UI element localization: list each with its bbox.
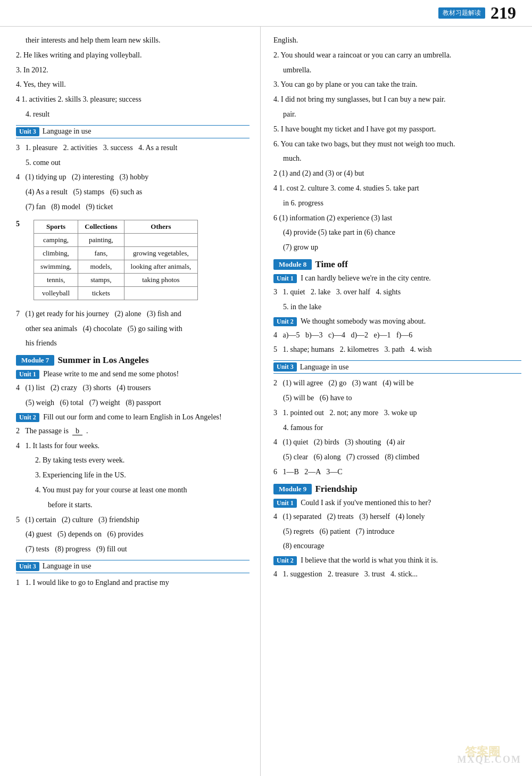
page-container: 教材习题解读 219 their interests and help them… bbox=[0, 0, 532, 776]
u2m7-a3: 5 (1) certain (2) culture (3) friendship bbox=[16, 514, 250, 526]
u3m8-a1b: (5) will be (6) have to bbox=[273, 392, 521, 404]
u3-a2b: (4) As a result (5) stamps (6) such as bbox=[16, 186, 250, 199]
unit3-num: Unit 3 bbox=[16, 127, 39, 136]
unit3-m7-num: Unit 3 bbox=[16, 562, 39, 571]
u1m7-a1b: (5) weigh (6) total (7) weight (8) passp… bbox=[16, 397, 250, 409]
table-row: volleyball tickets bbox=[34, 286, 198, 300]
col-sports: Sports bbox=[34, 220, 78, 233]
module8-badge: Module 8 bbox=[273, 259, 312, 270]
unit2-m8-num: Unit 2 bbox=[273, 317, 297, 326]
u3m8-a3: 4 (1) quiet (2) birds (3) shouting (4) a… bbox=[273, 436, 521, 449]
u3m7-a1: 1 1. I would like to go to England and p… bbox=[16, 576, 250, 589]
unit2-m8-title: We thought somebody was moving about. bbox=[301, 317, 426, 325]
intro-line-3: 3. In 2012. bbox=[16, 64, 250, 77]
u3m8-a2b: 4. famous for bbox=[273, 422, 521, 434]
col-others: Others bbox=[124, 220, 198, 233]
unit1-m8-num: Unit 1 bbox=[273, 274, 297, 283]
u3m8-a3b: (5) clear (6) along (7) crossed (8) clim… bbox=[273, 451, 521, 464]
r-q2: 2 (1) and (2) and (3) or (4) but bbox=[273, 167, 521, 180]
content-area: their interests and help them learn new … bbox=[0, 27, 532, 776]
intro-lines: their interests and help them learn new … bbox=[16, 34, 250, 91]
q7-line2: other sea animals (4) chocolate (5) go s… bbox=[16, 323, 250, 335]
unit3-m8-header: Unit 3 Language in use bbox=[273, 360, 521, 374]
u2m7-a2c: 3. Experiencing life in the US. bbox=[16, 469, 250, 482]
unit1-m9-num: Unit 1 bbox=[273, 499, 297, 508]
unit1-m8-header: Unit 1 I can hardly believe we're in the… bbox=[273, 274, 521, 283]
unit2-m9-title: I believe that the world is what you thi… bbox=[301, 556, 438, 564]
unit3-m7-header: Unit 3 Language in use bbox=[16, 560, 250, 573]
r-q6c: (7) grow up bbox=[273, 241, 521, 254]
q7-line3: his friends bbox=[16, 337, 250, 350]
unit3-answers: 3 1. pleasure 2. activities 3. success 4… bbox=[16, 142, 250, 213]
u1m9-a1b: (5) regrets (6) patient (7) introduce bbox=[273, 525, 521, 538]
unit3-lang-header: Unit 3 Language in use bbox=[16, 125, 250, 138]
u3-a2: 4 (1) tidying up (2) interesting (3) hob… bbox=[16, 171, 250, 184]
q7-line: 7 (1) get ready for his journey (2) alon… bbox=[16, 308, 250, 320]
unit3-m7-title: Language in use bbox=[43, 562, 92, 571]
page-number: 219 bbox=[491, 3, 516, 23]
intro-line-1: their interests and help them learn new … bbox=[16, 34, 250, 47]
r-q6: 6 (1) information (2) experience (3) las… bbox=[273, 212, 521, 225]
r-q6b: (4) provide (5) take part in (6) chance bbox=[273, 226, 521, 239]
r-intro-6: 6. You can take two bags, but they must … bbox=[273, 138, 521, 151]
r-intro-2b: umbrella. bbox=[273, 64, 521, 77]
unit2-m9-num: Unit 2 bbox=[273, 556, 297, 565]
table-row: climbing, fans, growing vegetables, bbox=[34, 246, 198, 260]
r-intro-3: 3. You can go by plane or you can take t… bbox=[273, 78, 521, 91]
module7-header: Module 7 Summer in Los Angeles bbox=[16, 355, 250, 366]
u2m9-a1: 4 1. suggestion 2. treasure 3. trust 4. … bbox=[273, 568, 521, 581]
u3-a1b: 5. come out bbox=[16, 156, 250, 169]
u3m8-a2: 3 1. pointed out 2. not; any more 3. wok… bbox=[273, 407, 521, 419]
module8-title: Time off bbox=[315, 259, 348, 270]
u2m8-a1: 4 a)—5 b)—3 c)—4 d)—2 e)—1 f)—6 bbox=[273, 329, 521, 342]
header-bar: 教材习题解读 219 bbox=[0, 0, 532, 27]
module7-title: Summer in Los Angeles bbox=[57, 355, 148, 366]
header-badge: 教材习题解读 bbox=[438, 7, 485, 19]
module9-header: Module 9 Friendship bbox=[273, 484, 521, 494]
u2m7-a3b: (4) guest (5) depends on (6) provides bbox=[16, 528, 250, 541]
u1m8-a1: 3 1. quiet 2. lake 3. over half 4. sight… bbox=[273, 286, 521, 299]
u2m7-a2d: 4. You must pay for your course at least… bbox=[16, 484, 250, 497]
left-column: their interests and help them learn new … bbox=[0, 27, 261, 776]
u2m7-a1: 2 The passage is b . bbox=[16, 425, 250, 437]
u1m9-a1: 4 (1) separated (2) treats (3) herself (… bbox=[273, 510, 521, 523]
module8-header: Module 8 Time off bbox=[273, 259, 521, 270]
unit2-m7-title: Fill out our form and come to learn Engl… bbox=[43, 413, 222, 421]
u2m8-a2: 5 1. shape; humans 2. kilometres 3. path… bbox=[273, 343, 521, 356]
r-intro-4b: pair. bbox=[273, 108, 521, 121]
q4b-line: 4. result bbox=[16, 108, 250, 121]
u1m8-a1b: 5. in the lake bbox=[273, 301, 521, 313]
unit3-lang-title: Language in use bbox=[43, 127, 92, 136]
unit1-m9-header: Unit 1 Could I ask if you've mentioned t… bbox=[273, 499, 521, 508]
u3-a2c: (7) fan (8) model (9) ticket bbox=[16, 201, 250, 213]
r-intro-4: 4. I did not bring my sunglasses, but I … bbox=[273, 93, 521, 106]
u1m9-a1c: (8) encourage bbox=[273, 540, 521, 552]
right-column: English. 2. You should wear a raincoat o… bbox=[261, 27, 532, 776]
r-q4: 4 1. cost 2. culture 3. come 4. studies … bbox=[273, 182, 521, 195]
intro-line-4: 4. Yes, they will. bbox=[16, 78, 250, 91]
u2m7-a2: 4 1. It lasts for four weeks. bbox=[16, 440, 250, 452]
u3m8-a4: 6 1—B 2—A 3—C bbox=[273, 466, 521, 478]
u1m7-a1: 4 (1) list (2) crazy (3) shorts (4) trou… bbox=[16, 382, 250, 394]
unit1-m7-header: Unit 1 Please write to me and send me so… bbox=[16, 370, 250, 379]
r-intro-5: 5. I have bought my ticket and I have go… bbox=[273, 123, 521, 136]
u2m7-a2b: 2. By taking tests every week. bbox=[16, 454, 250, 467]
module9-badge: Module 9 bbox=[273, 484, 312, 494]
u2m7-a3c: (7) tests (8) progress (9) fill out bbox=[16, 543, 250, 556]
r-intro-2: 2. You should wear a raincoat or you can… bbox=[273, 49, 521, 62]
unit3-m8-title: Language in use bbox=[300, 363, 349, 372]
module9-title: Friendship bbox=[315, 484, 357, 494]
unit2-m9-header: Unit 2 I believe that the world is what … bbox=[273, 556, 521, 565]
intro-line-2: 2. He likes writing and playing volleyba… bbox=[16, 49, 250, 62]
unit2-m7-num: Unit 2 bbox=[16, 413, 39, 422]
r-intro-1: English. bbox=[273, 34, 521, 47]
table-row: camping, painting, bbox=[34, 233, 198, 246]
col-collections: Collections bbox=[78, 220, 124, 233]
u3-a1: 3 1. pleasure 2. activities 3. success 4… bbox=[16, 142, 250, 154]
table-num: 5 bbox=[16, 220, 20, 228]
r-q4b: in 6. progress bbox=[273, 197, 521, 210]
unit1-m9-title: Could I ask if you've mentioned this to … bbox=[301, 499, 431, 507]
table-row: swimming, models, looking after animals, bbox=[34, 260, 198, 273]
unit2-m7-header: Unit 2 Fill out our form and come to lea… bbox=[16, 413, 250, 422]
q4-line: 4 1. activities 2. skills 3. pleasure; s… bbox=[16, 93, 250, 106]
